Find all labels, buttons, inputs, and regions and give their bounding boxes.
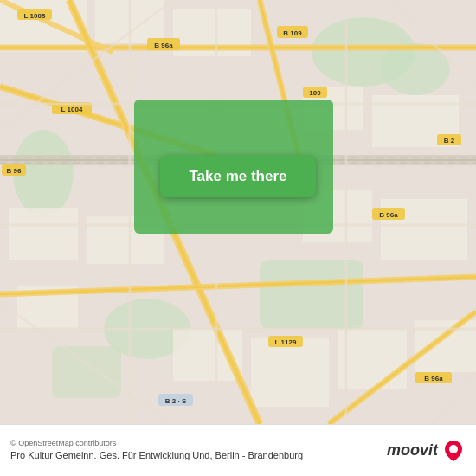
svg-text:L 1129: L 1129: [275, 338, 297, 346]
svg-text:B 2: B 2: [444, 137, 455, 145]
svg-text:109: 109: [309, 89, 321, 97]
svg-rect-19: [338, 329, 407, 389]
svg-text:B 96a: B 96a: [379, 211, 398, 219]
osm-credit: © OpenStreetMap contributors: [10, 439, 303, 447]
footer-info: © OpenStreetMap contributors Pro Kultur …: [10, 439, 303, 462]
map-svg: L 1004 B 96a B 109 109 L 1005 B 96: [0, 0, 476, 424]
svg-text:B 96a: B 96a: [424, 375, 443, 383]
svg-text:B 109: B 109: [283, 29, 302, 37]
svg-rect-18: [251, 338, 329, 407]
svg-text:L 1005: L 1005: [24, 12, 46, 20]
svg-rect-12: [9, 208, 78, 260]
take-me-there-button[interactable]: Take me there: [160, 156, 316, 197]
moovit-pin-icon: [441, 439, 466, 463]
svg-text:B 96: B 96: [7, 167, 22, 175]
moovit-logo: moovit: [387, 439, 466, 463]
map-container: L 1004 B 96a B 109 109 L 1005 B 96: [0, 0, 476, 424]
svg-text:B 96a: B 96a: [154, 42, 173, 49]
place-name: Pro Kultur Gemeinn. Ges. Für Entwicklung…: [10, 449, 303, 462]
moovit-text: moovit: [387, 441, 438, 460]
svg-text:B 2 · S: B 2 · S: [165, 397, 187, 405]
svg-text:L 1004: L 1004: [61, 106, 83, 113]
footer: © OpenStreetMap contributors Pro Kultur …: [0, 424, 476, 476]
svg-rect-6: [52, 346, 121, 398]
svg-point-71: [449, 445, 458, 453]
svg-rect-3: [260, 260, 363, 329]
